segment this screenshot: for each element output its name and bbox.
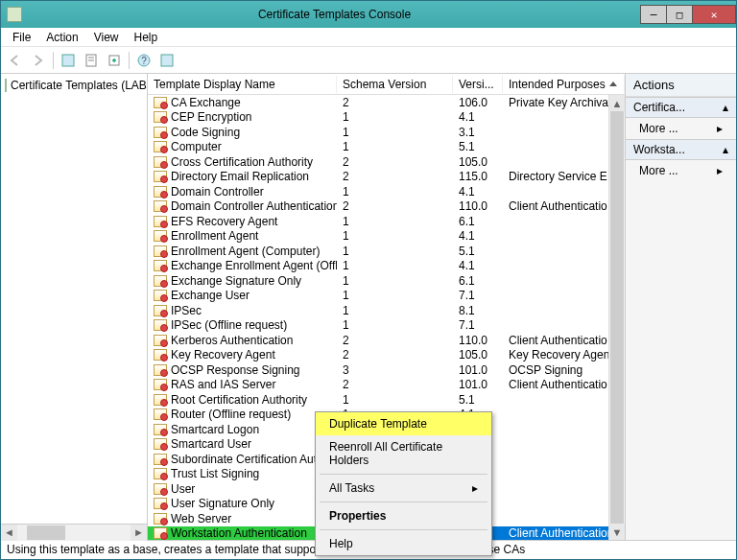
intended-purposes: Client Authentication, Server Auth — [503, 199, 625, 213]
template-name: Smartcard Logon — [171, 423, 259, 436]
version: 3.1 — [453, 126, 503, 139]
certificate-template-icon — [154, 275, 167, 287]
table-row[interactable]: CEP Encryption14.1 — [148, 110, 625, 126]
table-row[interactable]: Root Certification Authority15.1 — [148, 392, 625, 408]
template-name: Exchange Enrollment Agent (Offline requ.… — [171, 259, 337, 272]
col-schema-version[interactable]: Schema Version — [337, 76, 453, 93]
submenu-icon: ▸ — [472, 481, 478, 495]
menu-action[interactable]: Action — [38, 29, 85, 46]
intended-purposes: Key Recovery Agent — [503, 348, 625, 362]
version: 6.1 — [453, 274, 503, 288]
table-row[interactable]: Enrollment Agent (Computer)15.1 — [148, 244, 625, 259]
table-row[interactable]: Exchange Enrollment Agent (Offline requ.… — [148, 259, 625, 274]
table-row[interactable]: Cross Certification Authority2105.0 — [148, 154, 625, 170]
col-template-display-name[interactable]: Template Display Name — [148, 76, 337, 93]
tree-root-certificate-templates[interactable]: Certificate Templates (LABDC — [3, 78, 145, 93]
export-list-button[interactable] — [104, 50, 125, 71]
schema-version: 2 — [337, 334, 453, 347]
col-intended-purposes[interactable]: Intended Purposes — [503, 76, 625, 93]
actions-section-certificate-templates[interactable]: Certifica...▴ — [626, 97, 736, 118]
table-row[interactable]: Directory Email Replication2115.0Directo… — [148, 170, 625, 185]
show-hide-tree-button[interactable] — [58, 50, 79, 71]
version: 7.1 — [453, 289, 503, 302]
certificate-template-icon — [154, 379, 167, 390]
back-button — [5, 50, 26, 71]
schema-version: 2 — [337, 199, 453, 213]
table-row[interactable]: Exchange User17.1 — [148, 289, 625, 304]
table-row[interactable]: IPSec18.1 — [148, 303, 625, 318]
ctx-reenroll[interactable]: Reenroll All Certificate Holders — [316, 435, 491, 472]
schema-version: 1 — [337, 393, 453, 407]
scroll-thumb[interactable] — [610, 111, 624, 524]
certificate-template-icon — [154, 156, 167, 168]
tree-pane: Certificate Templates (LABDC ◄ ► — [1, 74, 148, 540]
forward-button — [28, 50, 49, 71]
certificate-template-icon — [154, 216, 167, 227]
titlebar[interactable]: Certificate Templates Console ─ □ ✕ — [1, 1, 736, 28]
table-row[interactable]: RAS and IAS Server2101.0Client Authentic… — [148, 378, 625, 393]
table-row[interactable]: Computer15.1 — [148, 140, 625, 155]
ctx-duplicate-template[interactable]: Duplicate Template — [316, 412, 491, 435]
certificate-template-icon — [154, 230, 167, 242]
scroll-thumb[interactable] — [27, 525, 65, 540]
context-menu: Duplicate Template Reenroll All Certific… — [315, 411, 492, 556]
template-name: EFS Recovery Agent — [171, 215, 277, 228]
table-row[interactable]: Domain Controller14.1 — [148, 184, 625, 199]
tree-horizontal-scrollbar[interactable]: ◄ ► — [1, 524, 147, 540]
actions-more-2[interactable]: More ...▸ — [626, 160, 736, 181]
version: 5.1 — [453, 245, 503, 258]
properties-button[interactable] — [81, 50, 102, 71]
certificate-template-icon — [154, 364, 167, 376]
table-row[interactable]: EFS Recovery Agent16.1 — [148, 214, 625, 229]
scroll-right-icon[interactable]: ► — [131, 525, 147, 541]
scroll-down-icon[interactable]: ▼ — [609, 524, 625, 540]
template-name: CA Exchange — [171, 96, 241, 109]
menu-view[interactable]: View — [86, 29, 127, 46]
scroll-left-icon[interactable]: ◄ — [1, 525, 17, 541]
certificate-template-icon — [154, 171, 167, 182]
actions-header: Actions — [626, 74, 736, 97]
ctx-properties[interactable]: Properties — [316, 504, 491, 527]
scroll-up-icon[interactable]: ▲ — [609, 95, 625, 111]
template-name: Kerberos Authentication — [171, 334, 293, 347]
schema-version: 2 — [337, 96, 453, 109]
certificate-template-icon — [154, 349, 167, 361]
menu-file[interactable]: File — [5, 29, 38, 46]
maximize-button[interactable]: □ — [666, 5, 693, 24]
tree-root-label: Certificate Templates (LABDC — [11, 79, 147, 92]
table-row[interactable]: CA Exchange2106.0Private Key Archival — [148, 95, 625, 110]
table-row[interactable]: Code Signing13.1 — [148, 125, 625, 140]
table-row[interactable]: OCSP Response Signing3101.0OCSP Signing — [148, 362, 625, 378]
table-row[interactable]: Key Recovery Agent2105.0Key Recovery Age… — [148, 348, 625, 363]
intended-purposes: OCSP Signing — [503, 363, 625, 377]
table-row[interactable]: Enrollment Agent14.1 — [148, 229, 625, 245]
schema-version: 1 — [337, 215, 453, 228]
certificate-template-icon — [154, 127, 167, 138]
ctx-all-tasks[interactable]: All Tasks▸ — [316, 477, 491, 500]
folder-icon — [5, 79, 7, 92]
close-button[interactable]: ✕ — [692, 5, 736, 24]
table-row[interactable]: Kerberos Authentication2110.0Client Auth… — [148, 333, 625, 348]
minimize-button[interactable]: ─ — [640, 5, 667, 24]
certificate-template-icon — [154, 245, 167, 257]
col-version[interactable]: Versi... — [453, 76, 503, 93]
vertical-scrollbar[interactable]: ▲ ▼ — [608, 95, 625, 540]
collapse-icon: ▴ — [723, 101, 728, 114]
refresh-button[interactable] — [156, 50, 178, 71]
menu-help[interactable]: Help — [127, 29, 166, 46]
template-name: Smartcard User — [171, 437, 251, 451]
schema-version: 1 — [337, 289, 453, 302]
actions-more-1[interactable]: More ...▸ — [626, 118, 736, 139]
template-name: Code Signing — [171, 126, 240, 139]
ctx-help[interactable]: Help — [316, 532, 491, 555]
table-row[interactable]: IPSec (Offline request)17.1 — [148, 318, 625, 334]
table-row[interactable]: Exchange Signature Only16.1 — [148, 273, 625, 289]
template-name: Web Server — [171, 512, 231, 525]
version: 105.0 — [453, 348, 503, 362]
template-name: CEP Encryption — [171, 110, 252, 124]
actions-section-workstation[interactable]: Worksta...▴ — [626, 139, 736, 160]
template-name: Workstation Authentication — [171, 526, 307, 540]
version: 101.0 — [453, 363, 503, 377]
help-button[interactable]: ? — [133, 50, 155, 71]
table-row[interactable]: Domain Controller Authentication2110.0Cl… — [148, 199, 625, 215]
